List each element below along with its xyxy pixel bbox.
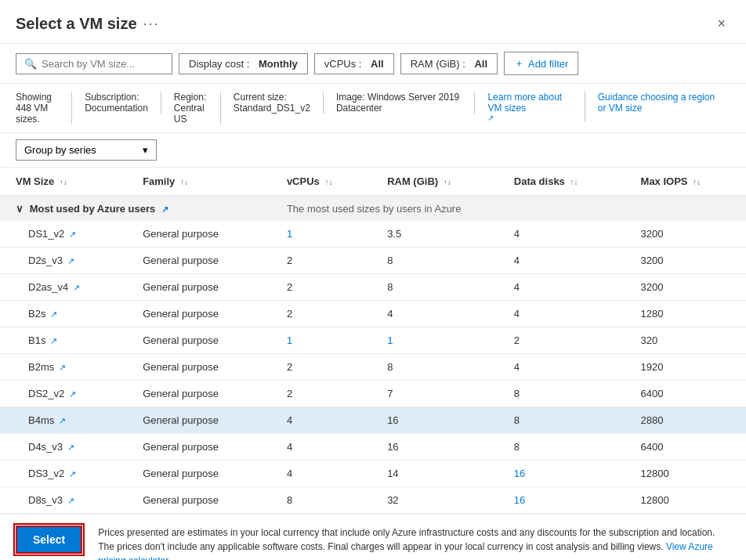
disks-value: 4 (514, 308, 520, 320)
image-label: Image: Windows Server 2019 Datacenter (336, 92, 462, 114)
ram-value: 7 (387, 388, 393, 399)
ram-value: 3.5 (387, 228, 401, 240)
plus-icon: ＋ (514, 56, 524, 70)
disks-value: 4 (514, 228, 520, 240)
ram-label: RAM (GiB) : (411, 58, 465, 70)
ram-value: 8 (387, 281, 393, 293)
vm-name-cell: DS3_v2 ↗ (0, 461, 127, 487)
groupby-select[interactable]: Group by series ▾ (16, 139, 157, 161)
showing-count: 448 VM sizes. (16, 103, 59, 125)
disks-value: 4 (514, 361, 520, 373)
disks-cell: 4 (498, 221, 625, 247)
more-options-icon[interactable]: ··· (143, 16, 160, 32)
iops-cell: 3200 (625, 274, 746, 301)
close-button[interactable]: × (712, 13, 730, 35)
ram-cell: 8 (371, 354, 498, 381)
guidance-section: Guidance choosing a region or VM size (598, 92, 730, 114)
region-label: Region: (174, 92, 208, 103)
vm-name: D2as_v4 (28, 281, 68, 293)
table-row[interactable]: DS2_v2 ↗ General purpose 2 7 8 6400 (0, 381, 746, 407)
col-max-iops[interactable]: Max IOPS ↑↓ (625, 168, 746, 196)
trend-icon: ↗ (67, 256, 74, 266)
add-filter-label: Add filter (528, 58, 568, 70)
disks-cell: 16 (498, 487, 625, 514)
disks-value: 16 (514, 494, 525, 506)
learn-more-link[interactable]: Learn more about VM sizes (487, 92, 571, 114)
vm-name: D4s_v3 (28, 441, 63, 453)
family-cell: General purpose (127, 274, 271, 301)
table-row[interactable]: D2s_v3 ↗ General purpose 2 8 4 3200 (0, 247, 746, 274)
table-row[interactable]: D8s_v3 ↗ General purpose 8 32 16 12800 (0, 487, 746, 514)
table-header-row: VM Size ↑↓ Family ↑↓ vCPUs ↑↓ RAM (GiB) … (0, 168, 746, 196)
trend-icon: ↗ (67, 496, 74, 505)
table-row[interactable]: B1s ↗ General purpose 1 1 2 320 (0, 327, 746, 354)
showing-label: Showing (16, 92, 59, 103)
search-icon: 🔍 (24, 58, 37, 70)
ram-value: 8 (387, 255, 393, 266)
ram-filter[interactable]: RAM (GiB) : All (400, 53, 498, 74)
iops-cell: 3200 (625, 247, 746, 274)
table-row[interactable]: B4ms ↗ General purpose 4 16 8 2880 (0, 407, 746, 434)
region-section: Region: Central US (174, 92, 221, 125)
sort-icon-ram: ↑↓ (444, 178, 451, 186)
table-row[interactable]: B2ms ↗ General purpose 2 8 4 1920 (0, 354, 746, 381)
display-cost-filter[interactable]: Display cost : Monthly (179, 53, 308, 74)
col-vm-size[interactable]: VM Size ↑↓ (0, 168, 127, 196)
sort-icon-family: ↑↓ (180, 178, 188, 186)
add-filter-button[interactable]: ＋ Add filter (504, 52, 578, 75)
vcpus-cell: 4 (271, 461, 371, 487)
vcpus-filter[interactable]: vCPUs : All (314, 53, 394, 74)
ram-value: 4 (387, 308, 393, 320)
vm-name-cell: D4s_v3 ↗ (0, 434, 127, 461)
iops-cell: 1280 (625, 301, 746, 327)
col-family[interactable]: Family ↑↓ (127, 168, 271, 196)
table-row[interactable]: DS1_v2 ↗ General purpose 1 3.5 4 3200 (0, 221, 746, 247)
sort-icon-iops: ↑↓ (693, 178, 701, 186)
ram-cell: 32 (371, 487, 498, 514)
select-button[interactable]: Select (16, 526, 82, 554)
family-cell: General purpose (127, 407, 271, 434)
family-cell: General purpose (127, 487, 271, 514)
guidance-link[interactable]: Guidance choosing a region or VM size (598, 92, 718, 114)
col-vcpus[interactable]: vCPUs ↑↓ (271, 168, 371, 196)
group-desc: The most used sizes by users in Azure (287, 203, 462, 215)
collapse-icon[interactable]: ∨ (16, 203, 24, 215)
vcpus-value: 2 (287, 361, 292, 373)
disks-cell: 4 (498, 301, 625, 327)
table-row[interactable]: D2as_v4 ↗ General purpose 2 8 4 3200 (0, 274, 746, 301)
disks-cell: 4 (498, 354, 625, 381)
vcpus-cell: 2 (271, 247, 371, 274)
trend-icon: ↗ (59, 416, 66, 425)
search-input[interactable] (42, 58, 164, 70)
vcpus-value: 1 (287, 228, 292, 240)
table-row[interactable]: B2s ↗ General purpose 2 4 4 1280 (0, 301, 746, 327)
ram-value: 8 (387, 361, 393, 373)
disks-value: 16 (514, 468, 525, 479)
vcpus-value: 2 (287, 388, 292, 399)
vm-name-cell: B4ms ↗ (0, 407, 127, 434)
trend-icon: ↗ (69, 229, 76, 239)
table-row[interactable]: DS3_v2 ↗ General purpose 4 14 16 12800 (0, 461, 746, 487)
disks-value: 4 (514, 281, 520, 293)
family-cell: General purpose (127, 221, 271, 247)
vm-name-cell: DS1_v2 ↗ (0, 221, 127, 247)
table-row[interactable]: D4s_v3 ↗ General purpose 4 16 8 6400 (0, 434, 746, 461)
subscription-section: Subscription: Documentation (85, 92, 161, 114)
search-box[interactable]: 🔍 (16, 53, 172, 74)
trend-icon: ↗ (69, 389, 76, 399)
dialog-header: Select a VM size ··· × (0, 0, 746, 44)
disks-cell: 8 (498, 434, 625, 461)
ram-cell: 7 (371, 381, 498, 407)
vcpus-cell: 2 (271, 301, 371, 327)
vm-name-cell: B2ms ↗ (0, 354, 127, 381)
vcpus-value: 4 (287, 468, 292, 479)
vcpus-value: 2 (287, 308, 292, 320)
ram-cell: 4 (371, 301, 498, 327)
vm-size-dialog: Select a VM size ··· × 🔍 Display cost : … (0, 0, 746, 560)
col-ram[interactable]: RAM (GiB) ↑↓ (371, 168, 498, 196)
current-size-section: Current size: Standard_DS1_v2 (234, 92, 324, 114)
col-data-disks[interactable]: Data disks ↑↓ (498, 168, 625, 196)
vm-name-cell: D2s_v3 ↗ (0, 247, 127, 274)
display-cost-value: Monthly (259, 58, 298, 70)
chevron-down-icon: ▾ (143, 144, 148, 156)
